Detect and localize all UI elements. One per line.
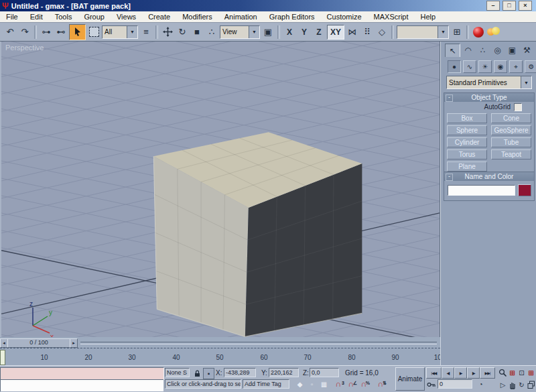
select-by-name-icon[interactable]: ≡ <box>139 25 153 39</box>
maxscript-mini-listener-white[interactable] <box>0 379 163 391</box>
close-button[interactable]: × <box>519 1 532 11</box>
current-frame-field[interactable]: 0 <box>438 379 472 389</box>
tab-motion-icon[interactable]: ◎ <box>490 44 505 56</box>
zoom-all-icon[interactable]: ⊞ <box>508 367 517 378</box>
x-coord-field[interactable]: -438,289 <box>224 368 256 377</box>
named-selection-sets-dropdown[interactable]: ▼ <box>397 25 449 39</box>
region-select-icon[interactable] <box>87 25 100 39</box>
menu-tools[interactable]: Tools <box>49 13 78 21</box>
time-slider-track[interactable] <box>80 342 437 344</box>
selection-lock-icon[interactable] <box>192 368 202 378</box>
name-color-header[interactable]: - Name and Color <box>444 172 534 181</box>
restore-button[interactable]: □ <box>503 1 516 11</box>
zoom-icon[interactable] <box>498 367 507 378</box>
restrict-xy-plane-button[interactable]: XY <box>327 25 344 40</box>
chevron-down-icon[interactable]: ▼ <box>127 26 137 38</box>
edit-named-selections-icon[interactable]: ⊞ <box>450 25 464 39</box>
cone-button[interactable]: Cone <box>491 113 531 123</box>
cylinder-button[interactable]: Cylinder <box>447 137 487 147</box>
reference-coordinate-dropdown[interactable]: View ▼ <box>220 25 260 39</box>
field-of-view-icon[interactable]: ▷ <box>498 379 507 390</box>
restrict-y-button[interactable]: Y <box>297 25 311 39</box>
zoom-extents-icon[interactable]: ⊡ <box>517 367 526 378</box>
restrict-z-button[interactable]: Z <box>312 25 326 39</box>
category-geometry-icon[interactable]: ● <box>448 60 461 73</box>
menu-modifiers[interactable]: Modifiers <box>176 13 218 21</box>
category-cameras-icon[interactable]: ◉ <box>494 60 507 73</box>
frame-forward-button[interactable]: ▸ <box>70 338 78 348</box>
selection-filter-dropdown[interactable]: All ▼ <box>102 25 138 39</box>
select-link-icon[interactable]: ⊶ <box>40 25 53 39</box>
manipulate-icon[interactable]: ∴ <box>205 25 218 39</box>
torus-button[interactable]: Torus <box>447 149 487 159</box>
absolute-offset-toggle[interactable]: ▪ <box>203 368 214 379</box>
mirror-icon[interactable]: ⋈ <box>346 25 359 39</box>
box-button[interactable]: Box <box>447 113 487 123</box>
select-object-button[interactable] <box>69 24 86 40</box>
unlink-icon[interactable]: ⊷ <box>54 25 68 39</box>
angle-snap-toggle-icon[interactable]: ∩∠ <box>346 379 356 389</box>
menu-graph-editors[interactable]: Graph Editors <box>263 13 321 21</box>
z-coord-field[interactable]: 0,0 <box>310 368 339 377</box>
next-frame-button[interactable]: |▶ <box>467 367 480 379</box>
align-icon[interactable]: ◇ <box>375 25 389 39</box>
go-to-end-button[interactable]: ▶▶| <box>480 367 495 379</box>
key-mode-icon[interactable] <box>426 379 436 389</box>
use-center-icon[interactable]: ▣ <box>261 25 275 39</box>
menu-views[interactable]: Views <box>111 13 142 21</box>
min-max-toggle-icon[interactable] <box>527 379 535 390</box>
perspective-viewport[interactable] <box>1 42 440 338</box>
category-systems-icon[interactable]: ⚙ <box>525 60 536 73</box>
menu-animation[interactable]: Animation <box>218 13 263 21</box>
scale-icon[interactable]: ■ <box>190 25 204 39</box>
move-icon[interactable] <box>161 25 174 39</box>
play-button[interactable]: ▶ <box>454 367 467 379</box>
array-icon[interactable]: ⠿ <box>360 25 374 39</box>
selection-region-icon[interactable]: ▫ <box>307 379 317 389</box>
collapse-icon[interactable]: - <box>446 94 453 102</box>
menu-create[interactable]: Create <box>142 13 176 21</box>
primitives-dropdown[interactable]: Standard Primitives ▼ <box>446 76 532 89</box>
rotate-icon[interactable]: ↻ <box>176 25 189 39</box>
category-helpers-icon[interactable]: ⌖ <box>509 60 523 73</box>
tab-modify-icon[interactable]: ◠ <box>461 44 475 56</box>
spinner-snap-toggle-icon[interactable]: ∩⇅ <box>375 379 386 389</box>
chevron-down-icon[interactable]: ▼ <box>438 26 448 38</box>
menu-edit[interactable]: Edit <box>24 13 49 21</box>
collapse-icon[interactable]: - <box>446 174 453 181</box>
chevron-down-icon[interactable]: ▼ <box>521 76 531 88</box>
track-bar[interactable]: 10 20 30 40 50 60 70 80 90 100 <box>0 348 440 366</box>
chevron-down-icon[interactable]: ▼ <box>249 26 259 38</box>
tab-utilities-icon[interactable]: ⚒ <box>520 44 534 56</box>
tab-create-icon[interactable]: ↖ <box>445 44 460 57</box>
render-icon[interactable] <box>486 25 500 39</box>
undo-icon[interactable]: ↶ <box>3 25 17 39</box>
zoom-extents-all-icon[interactable]: ⊞ <box>527 367 535 378</box>
previous-frame-button[interactable]: ◀| <box>442 367 454 379</box>
animate-button[interactable]: Animate <box>395 367 425 391</box>
menu-customize[interactable]: Customize <box>321 13 368 21</box>
add-time-tag-field[interactable]: Add Time Tag <box>243 379 289 389</box>
menu-help[interactable]: Help <box>415 13 442 21</box>
menu-file[interactable]: File <box>0 13 24 21</box>
tab-hierarchy-icon[interactable]: ∴ <box>476 44 490 56</box>
y-coord-field[interactable]: 220,162 <box>269 368 299 377</box>
teapot-button[interactable]: Teapot <box>491 149 531 159</box>
tab-display-icon[interactable]: ▣ <box>505 44 519 56</box>
tube-button[interactable]: Tube <box>491 137 531 147</box>
percent-snap-toggle-icon[interactable]: ∩% <box>358 379 369 389</box>
autogrid-checkbox[interactable] <box>514 103 522 111</box>
category-lights-icon[interactable]: ☀ <box>478 60 492 73</box>
pan-hand-icon[interactable] <box>508 379 517 390</box>
category-shapes-icon[interactable]: ∿ <box>463 60 476 73</box>
sphere-button[interactable]: Sphere <box>447 125 487 135</box>
menu-maxscript[interactable]: MAXScript <box>368 13 415 21</box>
crystal-icon[interactable]: ◆ <box>295 379 305 389</box>
menu-group[interactable]: Group <box>78 13 111 21</box>
viewport-label[interactable]: Perspective <box>5 44 44 52</box>
trackbar-bracket[interactable] <box>0 350 5 365</box>
material-editor-icon[interactable] <box>472 25 485 39</box>
arc-rotate-icon[interactable]: ↻ <box>517 379 526 390</box>
redo-icon[interactable]: ↷ <box>18 25 31 39</box>
geosphere-button[interactable]: GeoSphere <box>491 125 531 135</box>
